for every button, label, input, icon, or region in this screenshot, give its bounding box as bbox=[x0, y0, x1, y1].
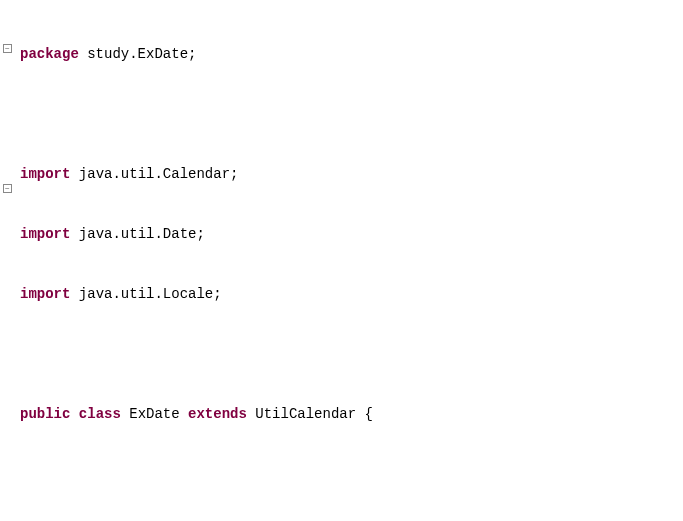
code-line: public class ExDate extends UtilCalendar… bbox=[20, 404, 683, 424]
keyword-class: class bbox=[79, 406, 121, 422]
code-area[interactable]: package study.ExDate; import java.util.C… bbox=[16, 0, 683, 521]
keyword-public: public bbox=[20, 406, 70, 422]
code-line bbox=[20, 344, 683, 364]
fold-marker-imports[interactable]: − bbox=[3, 44, 12, 53]
code-line: import java.util.Calendar; bbox=[20, 164, 683, 184]
super-class: UtilCalendar { bbox=[247, 406, 373, 422]
code-editor: − − package study.ExDate; import java.ut… bbox=[0, 0, 683, 521]
keyword-extends: extends bbox=[188, 406, 247, 422]
class-name: ExDate bbox=[121, 406, 188, 422]
fold-marker-method[interactable]: − bbox=[3, 184, 12, 193]
keyword-import: import bbox=[20, 166, 70, 182]
import-path: java.util.Locale; bbox=[70, 286, 221, 302]
code-line bbox=[20, 464, 683, 484]
code-line: import java.util.Date; bbox=[20, 224, 683, 244]
import-path: java.util.Date; bbox=[70, 226, 204, 242]
import-path: java.util.Calendar; bbox=[70, 166, 238, 182]
code-line: import java.util.Locale; bbox=[20, 284, 683, 304]
keyword-import: import bbox=[20, 226, 70, 242]
package-path: study.ExDate; bbox=[79, 46, 197, 62]
gutter: − − bbox=[0, 0, 16, 521]
code-line bbox=[20, 104, 683, 124]
code-line: package study.ExDate; bbox=[20, 44, 683, 64]
keyword-package: package bbox=[20, 46, 79, 62]
keyword-import: import bbox=[20, 286, 70, 302]
